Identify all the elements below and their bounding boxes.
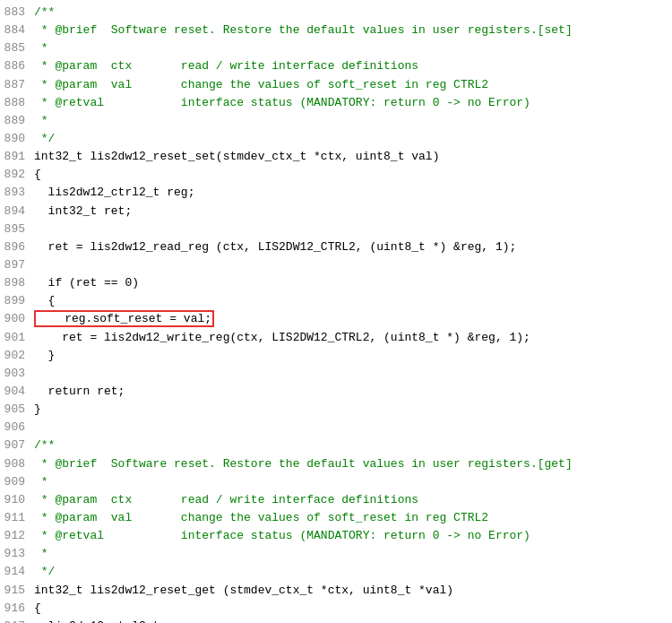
line-content: */ — [34, 130, 667, 148]
table-row: 917 lis2dw12_ctrl2_t reg; — [0, 618, 672, 623]
table-row: 894 int32_t ret; — [0, 203, 672, 221]
line-content: * @param val change the values of soft_r… — [34, 509, 667, 527]
line-number: 888 — [0, 94, 34, 112]
line-content: * @param ctx read / write interface defi… — [34, 57, 667, 75]
code-lines: 883/**884 * @brief Software reset. Resto… — [0, 4, 672, 623]
table-row: 896 ret = lis2dw12_read_reg (ctx, LIS2DW… — [0, 238, 672, 256]
line-number: 898 — [0, 274, 34, 292]
table-row: 890 */ — [0, 130, 672, 148]
line-number: 908 — [0, 455, 34, 473]
line-content: ret = lis2dw12_write_reg(ctx, LIS2DW12_C… — [34, 329, 667, 347]
line-number: 899 — [0, 292, 34, 310]
line-number: 893 — [0, 184, 34, 202]
line-number: 900 — [0, 310, 34, 328]
line-number: 894 — [0, 203, 34, 221]
highlighted-code: reg.soft_reset = val; — [34, 310, 214, 327]
table-row: 905} — [0, 401, 672, 419]
line-number: 901 — [0, 329, 34, 347]
table-row: 895 — [0, 221, 672, 238]
table-row: 887 * @param val change the values of so… — [0, 76, 672, 94]
table-row: 886 * @param ctx read / write interface … — [0, 57, 672, 75]
line-content: int32_t lis2dw12_reset_get (stmdev_ctx_t… — [34, 582, 667, 600]
line-number: 911 — [0, 509, 34, 527]
table-row: 888 * @retval interface status (MANDATOR… — [0, 94, 672, 112]
line-number: 896 — [0, 238, 34, 256]
table-row: 903 — [0, 365, 672, 383]
table-row: 883/** — [0, 4, 672, 22]
line-number: 913 — [0, 545, 34, 563]
table-row: 916{ — [0, 600, 672, 618]
line-number: 890 — [0, 130, 34, 148]
line-number: 917 — [0, 618, 34, 623]
table-row: 892{ — [0, 166, 672, 184]
line-number: 912 — [0, 527, 34, 545]
table-row: 901 ret = lis2dw12_write_reg(ctx, LIS2DW… — [0, 329, 672, 347]
line-number: 884 — [0, 22, 34, 39]
line-content: return ret; — [34, 383, 667, 401]
table-row: 899 { — [0, 292, 672, 310]
line-number: 907 — [0, 437, 34, 454]
table-row: 885 * — [0, 39, 672, 57]
line-content: ret = lis2dw12_read_reg (ctx, LIS2DW12_C… — [34, 238, 667, 256]
line-content: { — [34, 600, 667, 618]
table-row: 911 * @param val change the values of so… — [0, 509, 672, 527]
line-content: */ — [34, 563, 667, 581]
line-number: 897 — [0, 256, 34, 274]
table-row: 889 * — [0, 112, 672, 130]
line-content: * @param val change the values of soft_r… — [34, 76, 667, 94]
line-content: * @retval interface status (MANDATORY: r… — [34, 527, 667, 545]
line-content: if (ret == 0) — [34, 274, 667, 292]
line-content: * @retval interface status (MANDATORY: r… — [34, 94, 667, 112]
table-row: 898 if (ret == 0) — [0, 274, 672, 292]
line-number: 915 — [0, 582, 34, 600]
line-content: * — [34, 39, 667, 57]
line-content: * — [34, 473, 667, 491]
line-content: reg.soft_reset = val; — [34, 310, 667, 328]
line-number: 910 — [0, 491, 34, 509]
line-number: 914 — [0, 563, 34, 581]
line-content: int32_t lis2dw12_reset_set(stmdev_ctx_t … — [34, 148, 667, 166]
line-number: 887 — [0, 76, 34, 94]
line-number: 903 — [0, 365, 34, 383]
table-row: 897 — [0, 256, 672, 274]
line-content: * @param ctx read / write interface defi… — [34, 491, 667, 509]
table-row: 912 * @retval interface status (MANDATOR… — [0, 527, 672, 545]
line-content: lis2dw12_ctrl2_t reg; — [34, 184, 667, 202]
table-row: 904 return ret; — [0, 383, 672, 401]
line-number: 892 — [0, 166, 34, 184]
table-row: 906 — [0, 419, 672, 437]
line-content: * — [34, 545, 667, 563]
table-row: 893 lis2dw12_ctrl2_t reg; — [0, 184, 672, 202]
line-content: { — [34, 292, 667, 310]
table-row: 913 * — [0, 545, 672, 563]
line-number: 895 — [0, 221, 34, 238]
line-content: * — [34, 112, 667, 130]
line-content: /** — [34, 437, 667, 454]
line-number: 909 — [0, 473, 34, 491]
table-row: 909 * — [0, 473, 672, 491]
line-number: 883 — [0, 4, 34, 22]
line-number: 891 — [0, 148, 34, 166]
line-number: 906 — [0, 419, 34, 437]
line-content: int32_t ret; — [34, 203, 667, 221]
line-number: 905 — [0, 401, 34, 419]
table-row: 915int32_t lis2dw12_reset_get (stmdev_ct… — [0, 582, 672, 600]
line-content: lis2dw12_ctrl2_t reg; — [34, 618, 667, 623]
line-number: 885 — [0, 39, 34, 57]
table-row: 891int32_t lis2dw12_reset_set(stmdev_ctx… — [0, 148, 672, 166]
table-row: 914 */ — [0, 563, 672, 581]
line-content: } — [34, 401, 667, 419]
code-viewer: 883/**884 * @brief Software reset. Resto… — [0, 0, 672, 623]
table-row: 902 } — [0, 347, 672, 365]
line-content: * @brief Software reset. Restore the def… — [34, 22, 667, 39]
line-number: 886 — [0, 57, 34, 75]
line-content: * @brief Software reset. Restore the def… — [34, 455, 667, 473]
line-content: /** — [34, 4, 667, 22]
line-number: 916 — [0, 600, 34, 618]
table-row: 907/** — [0, 437, 672, 454]
table-row: 884 * @brief Software reset. Restore the… — [0, 22, 672, 39]
line-content: { — [34, 166, 667, 184]
table-row: 900 reg.soft_reset = val; — [0, 310, 672, 328]
table-row: 908 * @brief Software reset. Restore the… — [0, 455, 672, 473]
table-row: 910 * @param ctx read / write interface … — [0, 491, 672, 509]
